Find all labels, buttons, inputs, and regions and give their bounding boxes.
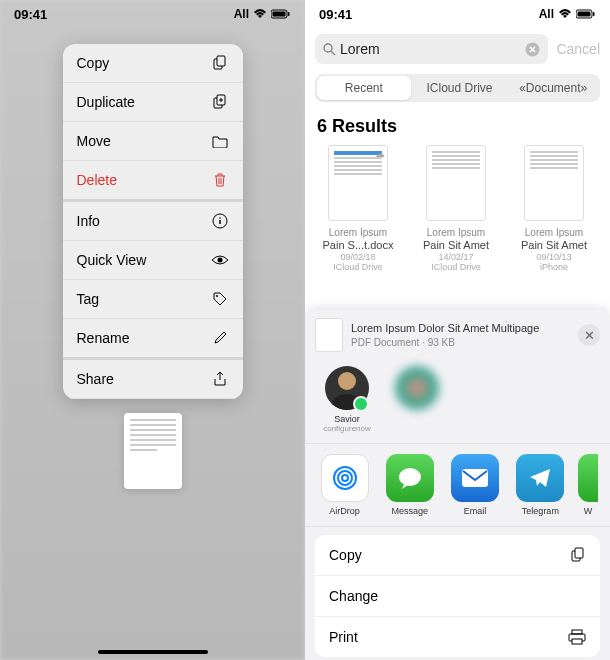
clear-icon[interactable] <box>525 42 540 57</box>
wifi-icon <box>558 9 572 19</box>
status-bar: 09:41 All <box>0 0 305 28</box>
menu-rename-label: Rename <box>77 330 130 346</box>
svg-rect-2 <box>288 12 290 16</box>
tab-documents[interactable]: «Document» <box>506 74 600 102</box>
battery-icon <box>576 9 596 19</box>
status-time: 09:41 <box>14 7 47 22</box>
svg-point-10 <box>216 295 218 297</box>
status-bar: 09:41 All <box>305 0 610 28</box>
pencil-icon <box>211 329 229 347</box>
menu-quicklook-label: Quick View <box>77 252 147 268</box>
menu-quicklook[interactable]: Quick View <box>63 241 243 280</box>
eye-icon <box>211 251 229 269</box>
share-title: Lorem Ipsum Dolor Sit Amet Multipage <box>351 321 570 335</box>
result-item[interactable]: ☁ Lorem Ipsum Pain S...t.docx 09/02/18 I… <box>313 145 403 272</box>
status-time: 09:41 <box>319 7 352 22</box>
action-change[interactable]: Change <box>315 576 600 617</box>
svg-point-9 <box>217 258 222 263</box>
menu-duplicate-label: Duplicate <box>77 94 135 110</box>
svg-rect-23 <box>572 630 582 634</box>
folder-icon <box>211 132 229 150</box>
menu-share[interactable]: Share <box>63 360 243 399</box>
svg-rect-4 <box>217 56 225 66</box>
svg-point-19 <box>399 468 421 486</box>
status-carrier: All <box>539 7 554 21</box>
share-thumbnail <box>315 318 343 352</box>
cloud-download-icon: ☁ <box>375 148 385 159</box>
menu-rename[interactable]: Rename <box>63 319 243 360</box>
duplicate-icon <box>211 93 229 111</box>
result-item[interactable]: Lorem Ipsum Pain Sit Amet 09/10/13 iPhon… <box>509 145 599 272</box>
avatar <box>395 366 439 410</box>
cancel-button[interactable]: Cancel <box>556 41 600 57</box>
search-icon <box>323 43 336 56</box>
context-menu: Copy Duplicate Move Delete Info Quick Vi… <box>63 44 243 399</box>
status-carrier: All <box>234 7 249 21</box>
menu-tags-label: Tag <box>77 291 100 307</box>
document-thumbnail[interactable] <box>124 413 182 489</box>
tab-recent[interactable]: Recent <box>317 76 411 100</box>
action-print[interactable]: Print <box>315 617 600 657</box>
scope-tabs: Recent ICloud Drive «Document» <box>315 74 600 102</box>
trash-icon <box>211 171 229 189</box>
wifi-icon <box>253 9 267 19</box>
search-query: Lorem <box>340 41 525 57</box>
info-icon <box>211 212 229 230</box>
menu-tags[interactable]: Tag <box>63 280 243 319</box>
share-sheet: Lorem Ipsum Dolor Sit Amet Multipage PDF… <box>305 310 610 660</box>
app-airdrop[interactable]: AirDrop <box>317 454 372 516</box>
tag-icon <box>211 290 229 308</box>
svg-rect-25 <box>572 639 582 644</box>
share-contact[interactable]: Savior configurenow <box>319 366 375 433</box>
whatsapp-badge-icon <box>353 396 369 412</box>
print-icon <box>568 629 586 645</box>
home-indicator[interactable] <box>98 650 208 654</box>
results-title: 6 Results <box>305 112 610 145</box>
copy-icon <box>211 54 229 72</box>
app-mail[interactable]: Email <box>448 454 503 516</box>
svg-rect-22 <box>575 548 583 558</box>
menu-share-label: Share <box>77 371 114 387</box>
menu-copy-label: Copy <box>77 55 110 71</box>
close-button[interactable]: ✕ <box>578 324 600 346</box>
result-item[interactable]: Lorem Ipsum Pain Sit Amet 14/02/17 IClou… <box>411 145 501 272</box>
share-contact[interactable] <box>389 366 445 433</box>
svg-rect-20 <box>462 469 488 487</box>
menu-copy[interactable]: Copy <box>63 44 243 83</box>
menu-delete[interactable]: Delete <box>63 161 243 202</box>
menu-move-label: Move <box>77 133 111 149</box>
svg-point-17 <box>338 471 352 485</box>
menu-delete-label: Delete <box>77 172 117 188</box>
menu-info-label: Info <box>77 213 100 229</box>
share-icon <box>211 370 229 388</box>
search-input[interactable]: Lorem <box>315 34 548 64</box>
battery-icon <box>271 9 291 19</box>
svg-point-8 <box>219 217 221 219</box>
svg-rect-1 <box>273 12 286 17</box>
app-more[interactable]: W <box>578 454 598 516</box>
app-telegram[interactable]: Telegram <box>513 454 568 516</box>
copy-icon <box>570 547 586 563</box>
action-copy[interactable]: Copy <box>315 535 600 576</box>
menu-info[interactable]: Info <box>63 202 243 241</box>
results-list: ☁ Lorem Ipsum Pain S...t.docx 09/02/18 I… <box>305 145 610 272</box>
app-messages[interactable]: Message <box>382 454 437 516</box>
menu-duplicate[interactable]: Duplicate <box>63 83 243 122</box>
menu-move[interactable]: Move <box>63 122 243 161</box>
svg-rect-12 <box>578 12 591 17</box>
share-subtitle: PDF Document · 93 KB <box>351 336 570 349</box>
svg-point-14 <box>324 44 332 52</box>
svg-point-16 <box>342 475 348 481</box>
svg-rect-13 <box>593 12 595 16</box>
tab-icloud[interactable]: ICloud Drive <box>413 74 507 102</box>
